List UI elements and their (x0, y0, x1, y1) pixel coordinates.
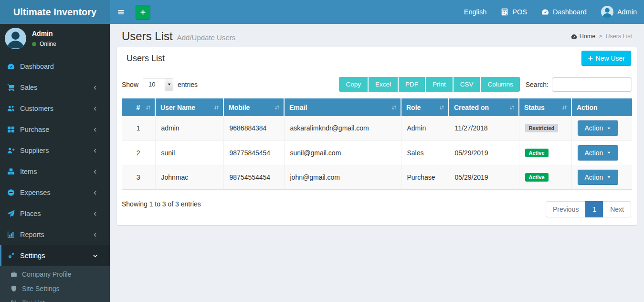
page-title: Users ListAdd/Update Users (122, 30, 235, 43)
table-body: 1admin9686884384askaralimkndr@gmail.comA… (122, 116, 632, 189)
action-dropdown-button[interactable]: Action (578, 120, 619, 136)
sidebar-item-label: Places (20, 210, 41, 217)
grid-icon (7, 126, 15, 133)
caret-down-icon (607, 151, 611, 155)
sidebar-menu: DashboardSalesCustomersPurchaseSuppliers… (0, 56, 110, 302)
column-header-mobile[interactable]: Mobile (223, 98, 284, 116)
nav-language[interactable]: English (457, 0, 494, 24)
sidebar-item-label: Suppliers (20, 147, 49, 154)
user-plus-icon (7, 147, 15, 154)
page-length-value: 10 (143, 78, 165, 91)
cell-created-on: 05/29/2019 (449, 140, 519, 165)
caret-down-icon (607, 175, 611, 179)
navbar: English POS Dashboard Admin (110, 0, 644, 24)
sort-icon (509, 104, 515, 110)
gears-icon (7, 252, 15, 259)
cell-user-name: sunil (155, 140, 223, 165)
nav-dashboard[interactable]: Dashboard (534, 0, 594, 24)
percent-icon (11, 300, 17, 302)
column-header-status[interactable]: Status (519, 98, 571, 116)
column-header-label: Created on (454, 104, 489, 111)
pagination-next[interactable]: Next (603, 201, 631, 217)
content-header: Users ListAdd/Update Users Home > Users … (117, 24, 637, 47)
sidebar-submenu: Company ProfileSite SettingsTax List (0, 266, 110, 302)
sidebar-item-items[interactable]: Items (0, 161, 110, 182)
export-button-print[interactable]: Print (426, 77, 453, 92)
search-input[interactable] (552, 77, 632, 92)
sidebar-subitem-site-settings[interactable]: Site Settings (0, 281, 110, 296)
sidebar-item-expenses[interactable]: Expenses (0, 182, 110, 203)
action-button-label: Action (585, 149, 603, 157)
sidebar-item-settings[interactable]: Settings (0, 245, 110, 266)
sidebar-item-sales[interactable]: Sales (0, 77, 110, 98)
search-label: Search: (526, 81, 549, 88)
sidebar-item-purchase[interactable]: Purchase (0, 119, 110, 140)
users-table: #User NameMobileEmailRoleCreated onStatu… (122, 98, 632, 190)
sidebar-subitem-company-profile[interactable]: Company Profile (0, 267, 110, 281)
sort-icon (145, 104, 151, 110)
status-badge: Active (525, 173, 549, 182)
sidebar-toggle-icon[interactable] (110, 0, 132, 24)
sidebar-item-suppliers[interactable]: Suppliers (0, 140, 110, 161)
status-badge: Restricted (525, 124, 559, 132)
submenu-item-label: Company Profile (22, 270, 72, 278)
sidebar-user-panel: Admin Online (0, 24, 110, 53)
column-header-label: Action (577, 104, 598, 111)
users-list-panel: Users List New User Show 10 entries Copy… (117, 47, 637, 225)
sort-icon (274, 104, 280, 110)
new-user-button-label: New User (596, 54, 625, 62)
page-length-select[interactable]: 10 (143, 78, 173, 91)
cell-action: Action (571, 140, 632, 165)
user-status[interactable]: Online (32, 41, 56, 47)
breadcrumb-separator: > (599, 33, 602, 40)
nav-user-menu[interactable]: Admin (594, 0, 644, 24)
submenu-item-label: Site Settings (22, 285, 60, 292)
chevron-left-icon (93, 106, 98, 111)
column-header-user-name[interactable]: User Name (155, 98, 223, 116)
column-header-label: User Name (160, 104, 195, 111)
sidebar-item-customers[interactable]: Customers (0, 98, 110, 119)
action-dropdown-button[interactable]: Action (578, 145, 619, 161)
content-area: Users ListAdd/Update Users Home > Users … (110, 24, 644, 302)
table-controls: Show 10 entries CopyExcelPDFPrintCSVColu… (122, 77, 632, 92)
app-logo[interactable]: Ultimate Inventory (0, 0, 110, 24)
breadcrumb-home-label: Home (580, 33, 595, 40)
column-header-label: Status (524, 104, 545, 111)
sidebar-item-places[interactable]: Places (0, 203, 110, 224)
export-button-columns[interactable]: Columns (481, 77, 519, 92)
dashboard-icon (541, 8, 549, 16)
export-button-copy[interactable]: Copy (339, 77, 368, 92)
pagination-previous[interactable]: Previous (546, 201, 586, 217)
home-icon (571, 33, 577, 40)
user-avatar (5, 28, 26, 49)
sidebar-item-reports[interactable]: Reports (0, 224, 110, 245)
breadcrumb-home[interactable]: Home (571, 33, 595, 40)
sidebar-item-label: Dashboard (20, 63, 54, 70)
pagination-page-1[interactable]: 1 (585, 201, 603, 217)
cart-icon (7, 84, 15, 91)
cell-created-on: 05/29/2019 (449, 165, 519, 189)
action-dropdown-button[interactable]: Action (578, 170, 619, 185)
user-name: Admin (32, 30, 56, 37)
sidebar-item-label: Sales (20, 84, 37, 91)
sidebar-subitem-tax-list[interactable]: Tax List (0, 296, 110, 302)
export-button-excel[interactable]: Excel (369, 77, 398, 92)
cell-num: 3 (122, 165, 155, 189)
export-button-pdf[interactable]: PDF (399, 77, 425, 92)
column-header-label: Mobile (229, 104, 250, 111)
export-button-csv[interactable]: CSV (454, 77, 480, 92)
sidebar-item-dashboard[interactable]: Dashboard (0, 56, 110, 77)
top-bar: Ultimate Inventory English POS Dashboard… (0, 0, 644, 24)
column-header-label: # (137, 104, 140, 111)
nav-pos[interactable]: POS (494, 0, 534, 24)
column-header-email[interactable]: Email (284, 98, 401, 116)
cell-status: Active (519, 165, 571, 189)
sort-icon (213, 104, 220, 110)
nav-user-label: Admin (617, 8, 637, 16)
column-header-role[interactable]: Role (401, 98, 449, 116)
main-layout: Admin Online DashboardSalesCustomersPurc… (0, 24, 644, 302)
column-header-created-on[interactable]: Created on (449, 98, 519, 116)
column-header-num[interactable]: # (122, 98, 155, 116)
new-user-button[interactable]: New User (581, 51, 631, 66)
quick-add-button[interactable] (136, 5, 150, 20)
